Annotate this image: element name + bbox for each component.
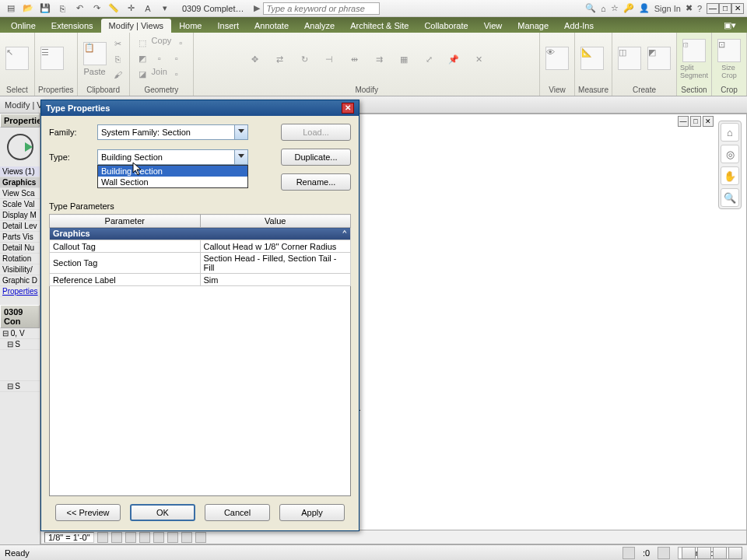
tab-view[interactable]: View	[476, 19, 510, 33]
close-button[interactable]: ✕	[731, 3, 744, 14]
exchange-icon[interactable]: ✖	[686, 3, 693, 13]
prop-group-graphics[interactable]: Graphics	[0, 177, 40, 188]
trim-button[interactable]: ⊣	[318, 48, 340, 70]
browser-row-3[interactable]	[0, 350, 40, 381]
ribbon-collapse-icon[interactable]: ▣▾	[716, 18, 744, 33]
views-count[interactable]: Views (1)	[0, 166, 40, 177]
redo-icon[interactable]: ↷	[89, 2, 104, 16]
cope-button[interactable]: ⬚	[135, 36, 150, 50]
split-segment-button[interactable]: ⎅Split Segment	[680, 37, 708, 81]
delete-button[interactable]: ✕	[468, 48, 489, 70]
filter-btn-1[interactable]	[682, 547, 696, 559]
view-button[interactable]: 👁	[543, 37, 571, 81]
array-button[interactable]: ▦	[393, 48, 415, 70]
browser-row-1[interactable]: ⊟ 0, V	[0, 328, 40, 339]
sign-in-label[interactable]: Sign In	[654, 4, 681, 13]
crop-view-icon[interactable]	[153, 532, 164, 543]
tab-collaborate[interactable]: Collaborate	[416, 19, 475, 33]
modify-tool-button[interactable]: ↖	[3, 37, 31, 81]
measure-icon[interactable]: 📏	[106, 2, 121, 16]
app-menu-icon[interactable]: ▤	[3, 2, 19, 16]
th-value[interactable]: Value	[200, 215, 351, 228]
tab-home[interactable]: Home	[171, 19, 209, 33]
help-search-input[interactable]	[263, 2, 380, 15]
tab-addins[interactable]: Add-Ins	[556, 19, 601, 33]
maximize-button[interactable]: □	[719, 3, 731, 14]
measure-button[interactable]: 📐	[578, 37, 606, 81]
favorite-icon[interactable]: ☆	[611, 3, 619, 13]
dialog-close-button[interactable]: ✕	[342, 103, 354, 114]
scale-button[interactable]: ⤢	[418, 48, 440, 70]
search-icon[interactable]: 🔍	[585, 3, 596, 13]
tab-modify-views[interactable]: Modify | Views	[101, 19, 172, 33]
tab-analyze[interactable]: Analyze	[296, 19, 342, 33]
nav-wheel-icon[interactable]: ◎	[721, 145, 739, 163]
create-button-1[interactable]: ◫	[615, 37, 644, 81]
family-combo[interactable]: System Family: Section	[97, 124, 248, 140]
browser-row-4[interactable]: ⊟ S	[0, 381, 40, 392]
filter-btn-4[interactable]	[728, 547, 742, 559]
table-row[interactable]: Section TagSection Head - Filled, Sectio…	[50, 253, 351, 274]
prop-row-3[interactable]: Display M	[0, 210, 40, 221]
geom-btn-1[interactable]: ▫	[173, 36, 188, 50]
nav-pan-icon[interactable]: ✋	[721, 166, 739, 185]
qat-dropdown-icon[interactable]: ▾	[157, 2, 173, 16]
text-icon[interactable]: A	[140, 2, 156, 16]
copy-button[interactable]: ⎘	[110, 52, 126, 66]
tab-insert[interactable]: Insert	[209, 19, 247, 33]
join-button[interactable]: ◪	[135, 67, 150, 81]
crop-region-icon[interactable]	[167, 532, 178, 543]
group-graphics[interactable]: Graphics⌃	[50, 228, 351, 240]
sun-path-icon[interactable]	[125, 532, 136, 543]
save-icon[interactable]: 💾	[37, 2, 53, 16]
help-icon[interactable]: ?	[697, 4, 702, 13]
type-option-wall-section[interactable]: Wall Section	[98, 177, 247, 187]
tab-extensions[interactable]: Extensions	[44, 19, 101, 33]
value-callout-tag[interactable]: Callout Head w 1/8" Corner Radius	[200, 240, 351, 253]
mirror-button[interactable]: ⇹	[343, 48, 365, 70]
properties-button[interactable]: ☰	[38, 37, 66, 81]
sync-icon[interactable]: ⎘	[54, 2, 70, 16]
tab-architect-site[interactable]: Architect & Site	[342, 19, 416, 33]
cut-button[interactable]: ✂	[110, 37, 126, 51]
match-button[interactable]: 🖌	[110, 68, 126, 82]
workset-icon[interactable]	[622, 547, 635, 559]
align-icon[interactable]: ✛	[123, 2, 139, 16]
copy-mod-button[interactable]: ⇄	[268, 48, 290, 70]
editable-only-icon[interactable]	[658, 547, 670, 559]
prop-row-7[interactable]: Rotation	[0, 254, 40, 264]
prop-row-5[interactable]: Parts Vis	[0, 232, 40, 243]
reveal-hidden-icon[interactable]	[195, 532, 206, 543]
size-crop-button[interactable]: ⊡Size Crop	[715, 37, 743, 81]
value-reference-label[interactable]: Sim	[200, 274, 351, 286]
view-scale[interactable]: 1/8" = 1'-0"	[44, 532, 94, 543]
prop-row-1[interactable]: View Sca	[0, 188, 40, 199]
geom-btn-4[interactable]: ▫	[169, 67, 184, 81]
undo-icon[interactable]: ↶	[72, 2, 87, 16]
preview-button[interactable]: << Preview	[55, 504, 121, 521]
table-row[interactable]: Reference LabelSim	[50, 274, 351, 286]
subscription-icon[interactable]: ⌂	[601, 4, 606, 13]
rename-button[interactable]: Rename...	[281, 173, 351, 191]
nav-zoom-icon[interactable]: 🔍	[721, 188, 739, 207]
hide-isolate-icon[interactable]	[181, 532, 192, 543]
dialog-titlebar[interactable]: Type Properties ✕	[41, 100, 359, 116]
filter-btn-2[interactable]	[697, 547, 711, 559]
move-button[interactable]: ✥	[244, 48, 265, 70]
prop-row-4[interactable]: Detail Lev	[0, 221, 40, 232]
minimize-button[interactable]: —	[707, 3, 719, 14]
open-icon[interactable]: 📂	[20, 2, 36, 16]
prop-row-6[interactable]: Detail Nu	[0, 243, 40, 254]
shadows-icon[interactable]	[139, 532, 150, 543]
collapse-icon[interactable]: ⌃	[342, 229, 347, 239]
tab-online[interactable]: Online	[3, 19, 44, 33]
detail-level-icon[interactable]	[97, 532, 108, 543]
filter-btn-3[interactable]	[713, 547, 727, 559]
visual-style-icon[interactable]	[111, 532, 122, 543]
properties-palette-title[interactable]: Properties	[0, 114, 40, 128]
type-combo[interactable]: Building Section	[97, 149, 248, 165]
browser-row-2[interactable]: ⊟ S	[0, 339, 40, 350]
nav-home-icon[interactable]: ⌂	[721, 123, 739, 142]
prop-row-9[interactable]: Graphic D	[0, 275, 40, 286]
value-section-tag[interactable]: Section Head - Filled, Section Tail - Fi…	[200, 253, 351, 274]
